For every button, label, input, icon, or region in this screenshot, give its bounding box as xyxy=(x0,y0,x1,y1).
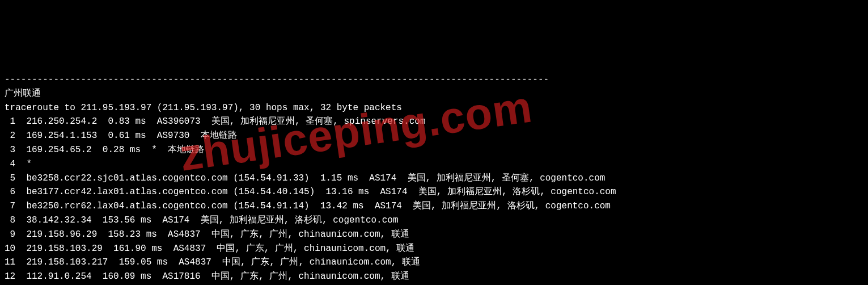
hop-line: 6 be3177.ccr42.lax01.atlas.cogentco.com … xyxy=(5,187,616,197)
hop-line: 5 be3258.ccr22.sjc01.atlas.cogentco.com … xyxy=(5,173,605,183)
traceroute-header: traceroute to 211.95.193.97 (211.95.193.… xyxy=(5,103,402,113)
route-title: 广州联通 xyxy=(5,89,41,99)
hop-line: 9 219.158.96.29 158.23 ms AS4837 中国, 广东,… xyxy=(5,229,409,240)
hop-line: 3 169.254.65.2 0.28 ms * 本地链路 xyxy=(5,145,204,155)
hop-line: 2 169.254.1.153 0.61 ms AS9730 本地链路 xyxy=(5,131,237,141)
separator-line: ----------------------------------------… xyxy=(5,74,549,85)
hop-line: 7 be3250.rcr62.lax04.atlas.cogentco.com … xyxy=(5,201,611,211)
hop-line: 12 112.91.0.254 160.09 ms AS17816 中国, 广东… xyxy=(5,271,409,282)
hop-line: 1 216.250.254.2 0.83 ms AS396073 美国, 加利福… xyxy=(5,116,426,127)
hop-line: 11 219.158.103.217 159.05 ms AS4837 中国, … xyxy=(5,257,420,267)
hop-line: 4 * xyxy=(5,159,32,169)
terminal-output: ----------------------------------------… xyxy=(5,58,863,285)
hop-line: 8 38.142.32.34 153.56 ms AS174 美国, 加利福尼亚… xyxy=(5,215,398,225)
hop-line: 10 219.158.103.29 161.90 ms AS4837 中国, 广… xyxy=(5,244,414,254)
